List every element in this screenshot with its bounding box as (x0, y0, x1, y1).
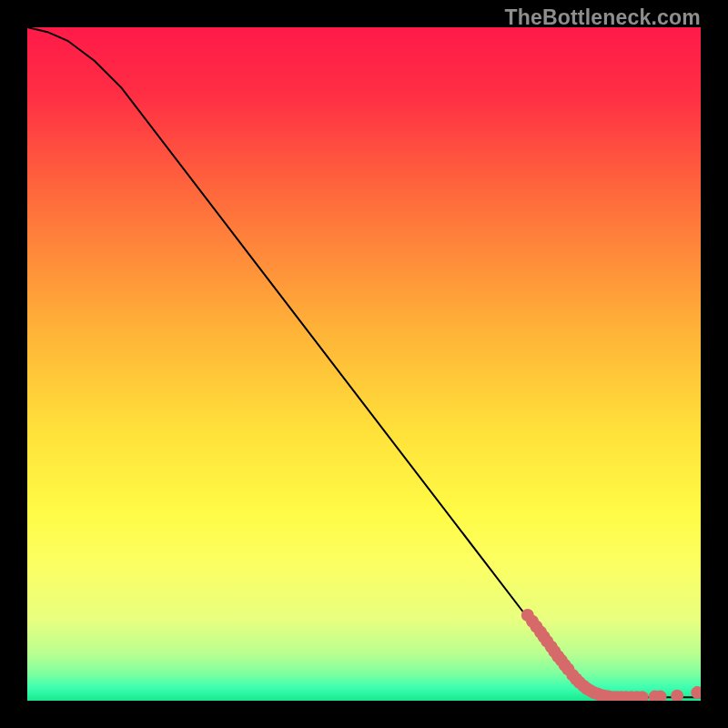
watermark-text: TheBottleneck.com (504, 5, 701, 30)
gradient-background (27, 27, 701, 701)
chart-plot (27, 27, 701, 701)
